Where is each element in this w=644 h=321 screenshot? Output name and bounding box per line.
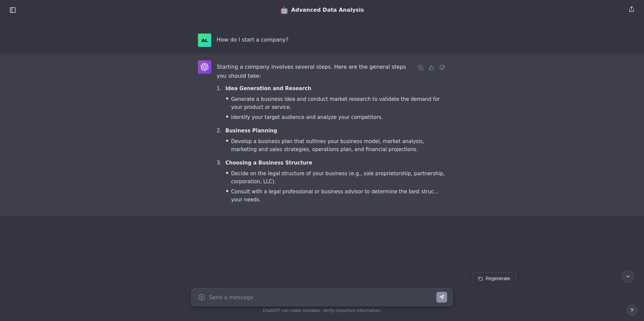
scroll-down-button[interactable] [622, 270, 634, 282]
chatgpt-header-icon: 🤖 [280, 6, 288, 14]
share-button[interactable] [626, 3, 637, 16]
step-1-title-row: 1. Idea Generation and Research [217, 84, 446, 92]
steps-list: 1. Idea Generation and Research ● Genera… [217, 84, 446, 204]
step-1-number: 1. [217, 84, 223, 92]
step-2-number: 2. [217, 127, 223, 135]
help-button[interactable]: ? [627, 305, 637, 316]
bullet-dot: ● [226, 115, 228, 119]
gpt-logo-icon [201, 63, 209, 71]
step-3-number: 3. [217, 159, 223, 167]
gpt-avatar [198, 60, 211, 74]
regenerate-label: Regenerate [486, 276, 510, 281]
step-item-1: 1. Idea Generation and Research ● Genera… [217, 84, 446, 121]
assistant-message-content: Starting a company involves several step… [217, 60, 446, 209]
step-3-title: Choosing a Business Structure [225, 159, 312, 167]
step-1-bullet-1: ● Generate a business idea and conduct m… [226, 95, 446, 111]
header: 🤖 Advanced Data Analysis [0, 0, 644, 20]
step-item-2: 2. Business Planning ● Develop a busines… [217, 127, 446, 153]
bullet-dot: ● [226, 97, 228, 101]
sidebar-toggle-button[interactable] [7, 4, 19, 16]
send-icon [439, 295, 444, 300]
step-2-bullet-1: ● Develop a business plan that outlines … [226, 137, 446, 153]
step-2-bullets: ● Develop a business plan that outlines … [217, 137, 446, 153]
step-2-title-row: 2. Business Planning [217, 127, 446, 135]
help-label: ? [631, 308, 634, 313]
attach-button[interactable] [197, 293, 206, 302]
header-center: 🤖 Advanced Data Analysis [280, 6, 364, 14]
chat-container: AL How do I start a company? Starting a … [0, 20, 644, 287]
svg-rect-3 [420, 67, 423, 70]
step-1-title: Idea Generation and Research [225, 84, 311, 92]
message-input[interactable] [209, 294, 434, 301]
step-2-title: Business Planning [225, 127, 277, 135]
step-3-bullet-1: ● Decide on the legal structure of your … [226, 170, 446, 186]
thumbs-up-icon [429, 65, 434, 70]
user-message-row: AL How do I start a company? [191, 34, 453, 47]
message-actions [417, 62, 446, 72]
thumbs-down-button[interactable] [438, 64, 446, 72]
step-1-bullet-1-text: Generate a business idea and conduct mar… [231, 95, 446, 111]
user-text: How do I start a company? [217, 36, 446, 44]
user-avatar: AL [198, 34, 211, 47]
bullet-dot: ● [226, 171, 228, 175]
regenerate-icon [478, 276, 483, 281]
user-message: AL How do I start a company? [0, 27, 644, 54]
input-area: ChatGPT can make mistakes. Verify import… [0, 283, 644, 321]
assistant-message: Starting a company involves several step… [0, 54, 644, 216]
step-3-bullet-1-text: Decide on the legal structure of your bu… [231, 170, 446, 186]
chevron-down-icon [625, 274, 631, 279]
header-left [7, 4, 19, 16]
step-item-3: 3. Choosing a Business Structure ● Decid… [217, 159, 446, 204]
user-message-content: How do I start a company? [217, 34, 446, 44]
header-title: Advanced Data Analysis [291, 7, 364, 13]
step-3-title-row: 3. Choosing a Business Structure [217, 159, 446, 167]
assistant-message-row: Starting a company involves several step… [191, 60, 453, 209]
copy-icon [418, 65, 423, 70]
step-1-bullet-2-text: Identify your target audience and analyz… [231, 113, 383, 121]
step-1-bullet-2: ● Identify your target audience and anal… [226, 113, 446, 121]
step-3-bullet-2-text: Consult with a legal professional or bus… [231, 188, 446, 204]
disclaimer-text: ChatGPT can make mistakes. Verify import… [191, 306, 453, 316]
header-right [626, 3, 637, 16]
step-2-bullet-1-text: Develop a business plan that outlines yo… [231, 137, 446, 153]
plus-icon [198, 294, 205, 301]
copy-button[interactable] [417, 64, 425, 72]
assistant-intro-text: Starting a company involves several step… [217, 62, 417, 80]
step-3-bullet-2: ● Consult with a legal professional or b… [226, 188, 446, 204]
share-icon [629, 6, 635, 12]
thumbs-down-icon [439, 65, 445, 70]
svg-rect-0 [10, 7, 15, 12]
bullet-dot: ● [226, 139, 228, 143]
bullet-dot: ● [226, 189, 228, 193]
step-1-bullets: ● Generate a business idea and conduct m… [217, 95, 446, 121]
thumbs-up-button[interactable] [427, 64, 435, 72]
step-3-bullets: ● Decide on the legal structure of your … [217, 170, 446, 204]
send-button[interactable] [436, 292, 447, 303]
sidebar-icon [9, 7, 16, 13]
input-container [191, 288, 453, 306]
